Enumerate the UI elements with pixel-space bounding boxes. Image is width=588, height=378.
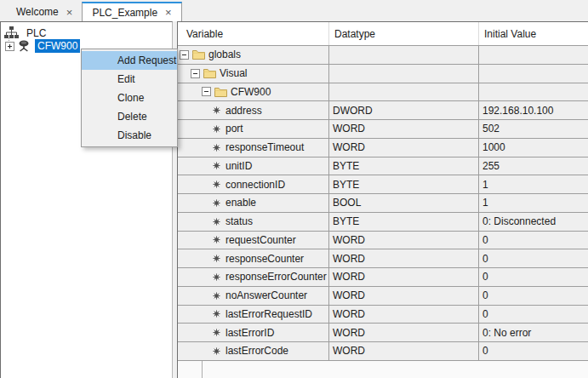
initial-value-cell[interactable]: 0 [479, 287, 588, 305]
tab-welcome-close-icon[interactable]: × [66, 7, 73, 18]
datatype-cell[interactable] [329, 83, 479, 101]
initial-value-cell[interactable] [479, 65, 588, 83]
initial-value-cell[interactable]: 0 [479, 306, 588, 324]
variable-bullet-icon [213, 180, 220, 188]
variable-cell[interactable]: enable [178, 194, 329, 212]
table-row[interactable]: Visual [178, 65, 588, 83]
table-row[interactable]: unitIDBYTE255 [178, 158, 588, 176]
table-row[interactable]: CFW900 [178, 83, 588, 102]
variable-cell[interactable]: responseCounter [178, 249, 329, 267]
datatype-cell[interactable]: DWORD [329, 101, 479, 119]
table-row[interactable]: connectionIDBYTE1 [178, 175, 588, 194]
table-body: globalsVisualCFW900addressDWORD192.168.1… [178, 46, 588, 361]
collapse-minus-icon[interactable] [191, 69, 200, 78]
initial-value-cell[interactable]: 0 [479, 342, 588, 360]
variable-cell[interactable]: unitID [178, 158, 329, 175]
column-header-variable[interactable]: Variable [178, 22, 329, 45]
tab-welcome-label: Welcome [16, 6, 59, 18]
variable-cell[interactable]: globals [178, 46, 329, 64]
initial-value-cell[interactable] [479, 83, 588, 101]
menu-item-disable[interactable]: Disable [82, 126, 177, 145]
table-row[interactable]: enableBOOL1 [178, 194, 588, 213]
variable-name: status [225, 215, 253, 227]
variable-cell[interactable]: noAnswerCounter [178, 287, 329, 305]
variable-name: Visual [220, 67, 247, 79]
datatype-cell[interactable]: WORD [329, 306, 479, 324]
tree-item-plc-label: PLC [26, 27, 46, 39]
variable-name: lastErrorID [225, 327, 274, 339]
initial-value-cell[interactable]: 1 [479, 194, 588, 212]
datatype-cell[interactable]: WORD [329, 120, 479, 138]
datatype-cell[interactable]: WORD [329, 342, 479, 360]
datatype-cell[interactable]: BYTE [329, 158, 479, 175]
folder-icon [203, 68, 216, 78]
datatype-cell[interactable]: BOOL [329, 194, 479, 212]
menu-item-edit[interactable]: Edit [82, 70, 177, 89]
initial-value-cell[interactable]: 0 [479, 232, 588, 249]
table-row[interactable]: addressDWORD192.168.10.100 [178, 101, 588, 120]
tab-welcome[interactable]: Welcome × [7, 3, 82, 21]
table-row[interactable]: lastErrorIDWORD0: No error [178, 324, 588, 342]
table-row[interactable]: responseErrorCounterWORD0 [178, 268, 588, 287]
variable-cell[interactable]: lastErrorID [178, 324, 329, 341]
variable-cell[interactable]: port [178, 120, 329, 138]
table-row[interactable]: lastErrorCodeWORD0 [178, 342, 588, 361]
menu-item-add-request[interactable]: Add Request [82, 51, 177, 70]
tree-item-cfw900[interactable]: CFW900 [5, 39, 80, 53]
tab-plc-example[interactable]: PLC_Example × [82, 2, 181, 21]
datatype-cell[interactable] [329, 46, 479, 64]
initial-value-cell[interactable]: 0: Disconnected [479, 213, 588, 231]
datatype-cell[interactable]: WORD [329, 249, 479, 267]
datatype-cell[interactable]: WORD [329, 324, 479, 341]
table-row[interactable]: globals [178, 46, 588, 65]
column-header-datatype[interactable]: Datatype [329, 22, 479, 45]
table-row[interactable]: responseTimeoutWORD1000 [178, 139, 588, 158]
initial-value-cell[interactable]: 1000 [479, 139, 588, 157]
table-row[interactable]: statusBYTE0: Disconnected [178, 213, 588, 232]
menu-item-delete[interactable]: Delete [82, 107, 177, 126]
tree-item-plc[interactable]: PLC [4, 26, 46, 39]
variable-name: responseErrorCounter [225, 271, 327, 283]
folder-icon [192, 49, 205, 60]
datatype-cell[interactable]: WORD [329, 232, 479, 249]
variable-cell[interactable]: requestCounter [178, 232, 329, 249]
variable-cell[interactable]: Visual [178, 65, 329, 83]
expand-plus-icon[interactable] [5, 42, 14, 51]
table-row[interactable]: responseCounterWORD0 [178, 249, 588, 268]
datatype-cell[interactable]: WORD [329, 139, 479, 157]
menu-item-clone[interactable]: Clone [82, 89, 177, 107]
initial-value-cell[interactable] [479, 46, 588, 64]
datatype-cell[interactable]: WORD [329, 268, 479, 286]
column-header-initial-value[interactable]: Initial Value [479, 22, 588, 45]
variable-cell[interactable]: lastErrorRequestID [178, 306, 329, 324]
table-row[interactable]: noAnswerCounterWORD0 [178, 287, 588, 306]
variable-cell[interactable]: CFW900 [178, 83, 329, 101]
variable-cell[interactable]: address [178, 101, 329, 119]
collapse-minus-icon[interactable] [202, 87, 211, 96]
variable-cell[interactable]: responseTimeout [178, 139, 329, 157]
initial-value-cell[interactable]: 255 [479, 158, 588, 175]
datatype-cell[interactable]: BYTE [329, 213, 479, 231]
collapse-minus-icon[interactable] [180, 50, 189, 60]
datatype-cell[interactable] [329, 65, 479, 83]
variable-name: CFW900 [231, 86, 271, 98]
variable-cell[interactable]: connectionID [178, 175, 329, 193]
variable-cell[interactable]: status [178, 213, 329, 231]
variable-name: enable [225, 197, 256, 209]
initial-value-cell[interactable]: 0 [479, 268, 588, 286]
datatype-cell[interactable]: BYTE [329, 175, 479, 193]
variable-cell[interactable]: responseErrorCounter [178, 268, 329, 286]
datatype-cell[interactable]: WORD [329, 287, 479, 305]
tab-plc-example-close-icon[interactable]: × [165, 7, 172, 18]
initial-value-cell[interactable]: 1 [479, 175, 588, 193]
variable-cell[interactable]: lastErrorCode [178, 342, 329, 360]
initial-value-cell[interactable]: 502 [479, 120, 588, 138]
initial-value-cell[interactable]: 0 [479, 249, 588, 267]
initial-value-cell[interactable]: 0: No error [479, 324, 588, 341]
table-row[interactable]: requestCounterWORD0 [178, 232, 588, 250]
variable-name: globals [208, 49, 241, 60]
initial-value-cell[interactable]: 192.168.10.100 [479, 101, 588, 119]
variable-bullet-icon [213, 162, 220, 169]
table-row[interactable]: lastErrorRequestIDWORD0 [178, 306, 588, 324]
table-row[interactable]: portWORD502 [178, 120, 588, 139]
